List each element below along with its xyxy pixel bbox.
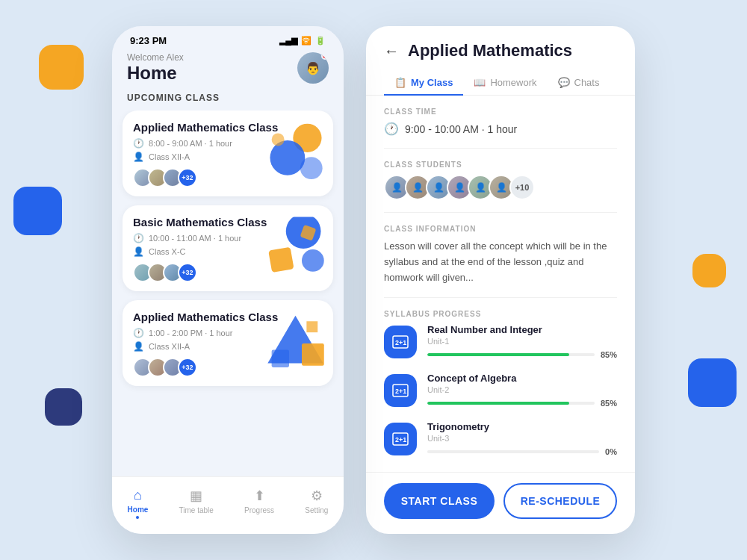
class-card-3[interactable]: Applied Mathematics Class 🕐 1:00 - 2:00 … xyxy=(123,300,333,386)
more-badge-2: +32 xyxy=(178,263,197,282)
back-button[interactable]: ← xyxy=(384,43,399,60)
tab-homework-label: Homework xyxy=(490,77,536,88)
deco-blue-square xyxy=(13,187,62,235)
nav-setting[interactable]: ⚙ Setting xyxy=(297,485,335,522)
nav-home[interactable]: ⌂ Home xyxy=(120,485,156,522)
class-card-1[interactable]: Applied Mathematics Class 🕐 8:00 - 9:00 … xyxy=(123,111,333,196)
nav-timetable[interactable]: ▦ Time table xyxy=(172,485,221,522)
class-time-row: 🕐 9:00 - 10:00 AM · 1 hour xyxy=(384,122,617,149)
progress-bg-2 xyxy=(427,402,595,405)
tab-my-class-label: My Class xyxy=(411,77,453,88)
svg-rect-10 xyxy=(272,349,289,367)
syllabus-unit-1: Unit-1 xyxy=(427,337,617,346)
detail-title: Applied Mathematics xyxy=(408,41,572,60)
deco-dark-square xyxy=(45,388,82,426)
class-card-2[interactable]: Basic Mathematics Class 🕐 10:00 - 11:00 … xyxy=(123,205,333,291)
nav-home-label: Home xyxy=(128,505,149,514)
svg-point-2 xyxy=(300,157,323,179)
svg-rect-11 xyxy=(306,321,317,332)
home-title: Home xyxy=(127,63,184,84)
nav-setting-label: Setting xyxy=(305,506,328,514)
syllabus-icon-1: 2+1 xyxy=(384,326,417,358)
homework-icon: 📖 xyxy=(474,77,486,88)
clock-icon: 🕐 xyxy=(384,122,399,136)
progress-bg-3 xyxy=(427,450,599,453)
avatar: 👨 xyxy=(297,52,329,84)
reschedule-button[interactable]: RE-SCHEDULE xyxy=(503,483,617,519)
tab-my-class[interactable]: 📋 My Class xyxy=(384,71,463,96)
signal-icon: ▂▄▆ xyxy=(279,36,297,46)
info-label: CLASS INFORMATION xyxy=(384,225,617,233)
syllabus-icon-3: 2+1 xyxy=(384,423,417,455)
syllabus-info-2: Concept of Algebra Unit-2 85% xyxy=(427,373,617,408)
syllabus-percent-2: 85% xyxy=(601,399,617,408)
detail-panel: ← Applied Mathematics 📋 My Class 📖 Homew… xyxy=(366,26,635,534)
tab-homework[interactable]: 📖 Homework xyxy=(463,71,547,96)
class-time-value: 9:00 - 10:00 AM · 1 hour xyxy=(405,123,517,135)
syllabus-percent-1: 85% xyxy=(601,350,617,359)
syllabus-label: SYLLABUS PROGRESS xyxy=(384,310,617,318)
syllabus-unit-3: Unit-3 xyxy=(427,434,617,443)
syllabus-icon-2: 2+1 xyxy=(384,374,417,407)
deco-orange-small xyxy=(692,254,726,287)
progress-row-1: 85% xyxy=(427,350,617,359)
time-icon-1: 🕐 xyxy=(133,138,144,149)
header-text: Welcome Alex Home xyxy=(127,52,184,84)
nav-active-indicator xyxy=(136,516,139,519)
home-icon: ⌂ xyxy=(134,488,142,503)
bottom-nav: ⌂ Home ▦ Time table ⬆ Progress ⚙ Setting xyxy=(112,476,344,534)
timetable-icon: ▦ xyxy=(190,488,202,504)
syllabus-item-2: 2+1 Concept of Algebra Unit-2 85% xyxy=(384,373,617,408)
wifi-icon: 🛜 xyxy=(301,36,311,46)
nav-timetable-label: Time table xyxy=(179,506,214,514)
deco-blue-right xyxy=(688,358,737,407)
battery-icon: 🔋 xyxy=(315,36,326,46)
tab-chats-label: Chats xyxy=(574,77,600,88)
syllabus-info-1: Real Number and Integer Unit-1 85% xyxy=(427,324,617,359)
students-row: 👤 👤 👤 👤 👤 👤 +10 xyxy=(384,175,617,213)
phone-header: Welcome Alex Home 👨 xyxy=(112,49,344,93)
phone-left: 9:23 PM ▂▄▆ 🛜 🔋 Welcome Alex Home 👨 UPCO… xyxy=(112,26,344,534)
class-icon-3: 👤 xyxy=(133,341,144,352)
welcome-text: Welcome Alex xyxy=(127,52,184,63)
syllabus-unit-2: Unit-2 xyxy=(427,385,617,394)
more-badge-1: +32 xyxy=(178,168,197,187)
syllabus-name-2: Concept of Algebra xyxy=(427,373,617,384)
progress-fill-1 xyxy=(427,353,569,356)
class-icon-2: 👤 xyxy=(133,246,144,257)
svg-text:2+1: 2+1 xyxy=(395,388,406,395)
syllabus-info-3: Trigonometry Unit-3 0% xyxy=(427,421,617,456)
upcoming-section-title: UPCOMING CLASS xyxy=(112,93,344,111)
students-label: CLASS STUDENTS xyxy=(384,161,617,169)
students-more-badge: +10 xyxy=(509,175,535,200)
progress-fill-2 xyxy=(427,402,569,405)
my-class-icon: 📋 xyxy=(394,77,406,88)
nav-progress[interactable]: ⬆ Progress xyxy=(237,485,282,522)
class-time-label: CLASS TIME xyxy=(384,108,617,116)
status-bar: 9:23 PM ▂▄▆ 🛜 🔋 xyxy=(112,26,344,49)
svg-text:2+1: 2+1 xyxy=(395,436,406,444)
deco-orange-square xyxy=(39,45,84,90)
class-icon-1: 👤 xyxy=(133,152,144,162)
progress-icon: ⬆ xyxy=(254,488,265,504)
start-class-button[interactable]: START CLASS xyxy=(384,483,495,519)
syllabus-item-1: 2+1 Real Number and Integer Unit-1 85% xyxy=(384,324,617,359)
progress-row-3: 0% xyxy=(427,447,617,456)
chats-icon: 💬 xyxy=(558,77,570,88)
setting-icon: ⚙ xyxy=(311,488,323,504)
svg-point-1 xyxy=(270,140,306,175)
tab-chats[interactable]: 💬 Chats xyxy=(548,71,610,96)
status-time: 9:23 PM xyxy=(130,35,167,46)
detail-footer: START CLASS RE-SCHEDULE xyxy=(366,472,635,534)
syllabus-item-3: 2+1 Trigonometry Unit-3 0% xyxy=(384,421,617,456)
time-icon-2: 🕐 xyxy=(133,233,144,243)
card-decoration-3 xyxy=(264,311,327,375)
syllabus-name-3: Trigonometry xyxy=(427,421,617,432)
class-info-text: Lesson will cover all the concept which … xyxy=(384,239,617,298)
detail-tabs: 📋 My Class 📖 Homework 💬 Chats xyxy=(366,60,635,96)
detail-scroll: CLASS TIME 🕐 9:00 - 10:00 AM · 1 hour CL… xyxy=(366,96,635,472)
card-decoration-1 xyxy=(264,122,327,185)
time-icon-3: 🕐 xyxy=(133,328,144,338)
svg-point-3 xyxy=(272,133,285,146)
card-decoration-2 xyxy=(264,217,327,280)
